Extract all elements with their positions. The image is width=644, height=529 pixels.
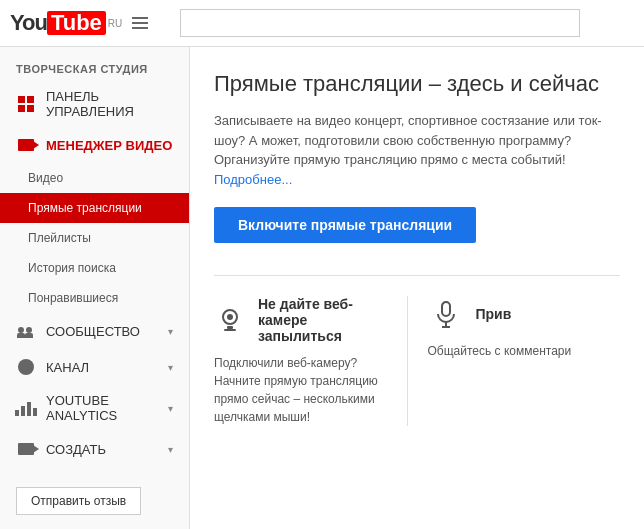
card-chat: Прив Общайтесь с комментари [407,296,621,426]
dashboard-icon [16,94,36,114]
create-icon [16,439,36,459]
sidebar-history-label: История поиска [28,261,116,275]
sidebar-liked-label: Понравившиеся [28,291,118,305]
svg-rect-3 [224,329,236,331]
sidebar-item-video[interactable]: Видео [0,163,189,193]
card-webcam-title: Не дайте веб-камере запылиться [258,296,387,344]
sidebar-create-label: СОЗДАТЬ [46,442,106,457]
analytics-chevron-icon: ▾ [168,403,173,414]
description-text: Записываете на видео концерт, спортивное… [214,113,602,167]
channel-chevron-icon: ▾ [168,362,173,373]
sidebar-item-analytics[interactable]: YOUTUBE ANALYTICS ▾ [0,385,189,431]
community-chevron-icon: ▾ [168,326,173,337]
main-layout: ТВОРЧЕСКАЯ СТУДИЯ ПАНЕЛЬ УПРАВЛЕНИЯ МЕНЕ… [0,47,644,529]
svg-point-1 [227,314,233,320]
svg-rect-4 [442,302,450,316]
feedback-button[interactable]: Отправить отзыв [16,487,141,515]
sidebar-bottom: Отправить отзыв [0,467,189,527]
logo-area: YouTubeRU [10,11,148,35]
create-chevron-icon: ▾ [168,444,173,455]
sidebar-video-manager-label: МЕНЕДЖЕР ВИДЕО [46,138,172,153]
sidebar-item-create[interactable]: СОЗДАТЬ ▾ [0,431,189,467]
header: YouTubeRU [0,0,644,47]
search-input[interactable] [180,9,580,37]
sidebar-livestreams-label: Прямые трансляции [28,201,142,215]
logo-tube: Tube [47,11,106,35]
card-webcam-header: Не дайте веб-камере запылиться [214,296,387,344]
sidebar-item-channel[interactable]: КАНАЛ ▾ [0,349,189,385]
mic-icon [428,296,464,332]
analytics-icon [16,398,36,418]
content-description: Записываете на видео концерт, спортивное… [214,111,620,189]
sidebar-community-label: СООБЩЕСТВО [46,324,140,339]
sidebar-item-history[interactable]: История поиска [0,253,189,283]
card-webcam: Не дайте веб-камере запылиться Подключил… [214,296,407,426]
community-icon [16,321,36,341]
logo-you: You [10,12,47,34]
svg-rect-2 [227,326,233,329]
sidebar-item-liked[interactable]: Понравившиеся [0,283,189,313]
sidebar-video-label: Видео [28,171,63,185]
sidebar: ТВОРЧЕСКАЯ СТУДИЯ ПАНЕЛЬ УПРАВЛЕНИЯ МЕНЕ… [0,47,190,529]
read-more-link[interactable]: Подробнее... [214,172,292,187]
card-chat-header: Прив [428,296,601,332]
enable-livestreams-button[interactable]: Включите прямые трансляции [214,207,476,243]
card-chat-text: Общайтесь с комментари [428,342,601,360]
sidebar-analytics-label: YOUTUBE ANALYTICS [46,393,158,423]
page-title: Прямые трансляции – здесь и сейчас [214,71,620,97]
sidebar-playlists-label: Плейлисты [28,231,91,245]
sidebar-dashboard-label: ПАНЕЛЬ УПРАВЛЕНИЯ [46,89,173,119]
search-bar [180,9,580,37]
card-webcam-text: Подключили веб-камеру? Начните прямую тр… [214,354,387,426]
content-area: Прямые трансляции – здесь и сейчас Запис… [190,47,644,529]
hamburger-icon[interactable] [132,17,148,29]
youtube-logo[interactable]: YouTubeRU [10,11,122,35]
video-manager-icon [16,135,36,155]
sidebar-channel-label: КАНАЛ [46,360,89,375]
cards-row: Не дайте веб-камере запылиться Подключил… [214,275,620,426]
card-chat-title: Прив [476,306,512,322]
sidebar-item-livestreams[interactable]: Прямые трансляции [0,193,189,223]
sidebar-item-dashboard[interactable]: ПАНЕЛЬ УПРАВЛЕНИЯ [0,81,189,127]
sidebar-item-playlists[interactable]: Плейлисты [0,223,189,253]
sidebar-item-video-manager[interactable]: МЕНЕДЖЕР ВИДЕО [0,127,189,163]
sidebar-item-community[interactable]: СООБЩЕСТВО ▾ [0,313,189,349]
logo-ru: RU [108,18,122,29]
creative-studio-label: ТВОРЧЕСКАЯ СТУДИЯ [0,47,189,81]
channel-icon [16,357,36,377]
webcam-icon [214,302,246,338]
